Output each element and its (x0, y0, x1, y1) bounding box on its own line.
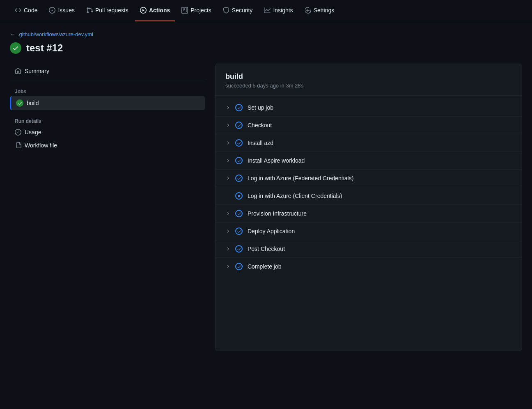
security-icon (223, 7, 229, 14)
sidebar-jobs-section: Jobs (10, 85, 205, 96)
sidebar-usage-label: Usage (25, 129, 41, 136)
clock-icon (15, 129, 21, 136)
breadcrumb-path[interactable]: .github/workflows/azure-dev.yml (18, 31, 93, 37)
nav-item-issues[interactable]: Issues (44, 0, 79, 21)
step-chevron-provision-infrastructure (225, 211, 230, 216)
job-panel-title: build (225, 72, 512, 81)
step-item-install-azd[interactable]: Install azd (216, 134, 522, 152)
nav-item-code[interactable]: Code (10, 0, 42, 21)
insights-icon (264, 7, 271, 14)
page-content: ← .github/workflows/azure-dev.yml test #… (0, 21, 532, 351)
nav-item-insights[interactable]: Insights (259, 0, 298, 21)
issues-icon (49, 7, 55, 14)
run-title: test #12 (10, 42, 522, 54)
nav-actions-label: Actions (149, 7, 170, 14)
step-status-icon-provision-infrastructure (235, 210, 243, 217)
step-chevron-post-checkout (225, 246, 230, 251)
sidebar-workflow-file-item[interactable]: Workflow file (10, 139, 205, 152)
step-status-icon-complete-job (235, 263, 243, 270)
step-label-install-azd: Install azd (248, 140, 512, 146)
step-status-icon-set-up-job (235, 104, 243, 111)
job-panel-header: build succeeded 5 days ago in 3m 28s (216, 64, 522, 96)
step-chevron-set-up-job (225, 105, 230, 110)
sidebar-job-build[interactable]: build (10, 96, 205, 110)
step-label-log-in-client: Log in with Azure (Client Credentials) (248, 193, 512, 199)
step-chevron-install-aspire-workload (225, 158, 230, 163)
step-status-icon-checkout (235, 122, 243, 129)
pull-requests-icon (86, 7, 93, 14)
main-layout: Summary Jobs build Run details (10, 64, 522, 351)
step-chevron-checkout (225, 123, 230, 128)
svg-point-0 (238, 195, 240, 197)
step-label-set-up-job: Set up job (248, 104, 512, 111)
nav-projects-label: Projects (190, 7, 211, 14)
step-item-post-checkout[interactable]: Post Checkout (216, 240, 522, 258)
sidebar-summary-label: Summary (25, 68, 49, 74)
step-item-log-in-client[interactable]: Log in with Azure (Client Credentials) (216, 187, 522, 205)
step-item-complete-job[interactable]: Complete job (216, 258, 522, 275)
step-label-checkout: Checkout (248, 122, 512, 129)
breadcrumb-arrow-left: ← (10, 31, 15, 37)
file-icon (15, 142, 21, 149)
nav-pull-requests-label: Pull requests (95, 7, 128, 14)
nav-item-settings[interactable]: Settings (300, 0, 339, 21)
step-label-deploy-application: Deploy Application (248, 228, 512, 234)
step-chevron-log-in-federated (225, 176, 230, 181)
step-label-complete-job: Complete job (248, 263, 512, 270)
sidebar-usage-item[interactable]: Usage (10, 126, 205, 139)
job-success-badge (16, 99, 23, 107)
home-icon (15, 68, 21, 74)
step-chevron-install-azd (225, 140, 230, 145)
settings-icon (305, 7, 311, 14)
step-item-deploy-application[interactable]: Deploy Application (216, 223, 522, 240)
run-title-text: test #12 (26, 42, 63, 54)
nav-item-pull-requests[interactable]: Pull requests (81, 0, 133, 21)
step-status-icon-log-in-federated (235, 175, 243, 182)
projects-icon (181, 7, 188, 14)
job-panel-subtitle: succeeded 5 days ago in 3m 28s (225, 83, 512, 89)
step-status-icon-install-azd (235, 139, 243, 147)
step-label-install-aspire-workload: Install Aspire workload (248, 157, 512, 164)
nav-code-label: Code (24, 7, 37, 14)
step-list: Set up jobCheckoutInstall azdInstall Asp… (216, 96, 522, 278)
sidebar: Summary Jobs build Run details (10, 64, 215, 351)
nav-security-label: Security (232, 7, 253, 14)
step-status-icon-log-in-client (235, 192, 243, 200)
step-item-provision-infrastructure[interactable]: Provision Infrastructure (216, 205, 522, 223)
step-status-icon-deploy-application (235, 227, 243, 235)
step-label-provision-infrastructure: Provision Infrastructure (248, 210, 512, 217)
run-success-icon (10, 42, 21, 54)
step-item-log-in-federated[interactable]: Log in with Azure (Federated Credentials… (216, 170, 522, 187)
nav-item-security[interactable]: Security (218, 0, 258, 21)
nav-item-projects[interactable]: Projects (177, 0, 216, 21)
step-chevron-deploy-application (225, 229, 230, 234)
step-chevron-complete-job (225, 264, 230, 269)
code-icon (15, 7, 21, 14)
step-item-install-aspire-workload[interactable]: Install Aspire workload (216, 152, 522, 170)
step-label-post-checkout: Post Checkout (248, 246, 512, 252)
step-item-checkout[interactable]: Checkout (216, 117, 522, 134)
job-panel: build succeeded 5 days ago in 3m 28s Set… (215, 64, 522, 351)
sidebar-summary-item[interactable]: Summary (10, 64, 205, 78)
nav-insights-label: Insights (273, 7, 293, 14)
step-status-icon-install-aspire-workload (235, 157, 243, 164)
sidebar-divider-1 (10, 82, 205, 82)
step-label-log-in-federated: Log in with Azure (Federated Credentials… (248, 175, 512, 182)
sidebar-run-details-section: Run details (10, 112, 205, 126)
sidebar-job-build-label: build (27, 100, 39, 106)
nav-issues-label: Issues (58, 7, 74, 14)
nav-settings-label: Settings (314, 7, 335, 14)
step-status-icon-post-checkout (235, 245, 243, 253)
step-item-set-up-job[interactable]: Set up job (216, 99, 522, 117)
breadcrumb: ← .github/workflows/azure-dev.yml (10, 31, 522, 37)
top-navigation: Code Issues Pull requests Actions (0, 0, 532, 21)
nav-item-actions[interactable]: Actions (135, 0, 175, 21)
actions-icon (140, 7, 147, 14)
sidebar-workflow-file-label: Workflow file (25, 142, 57, 149)
